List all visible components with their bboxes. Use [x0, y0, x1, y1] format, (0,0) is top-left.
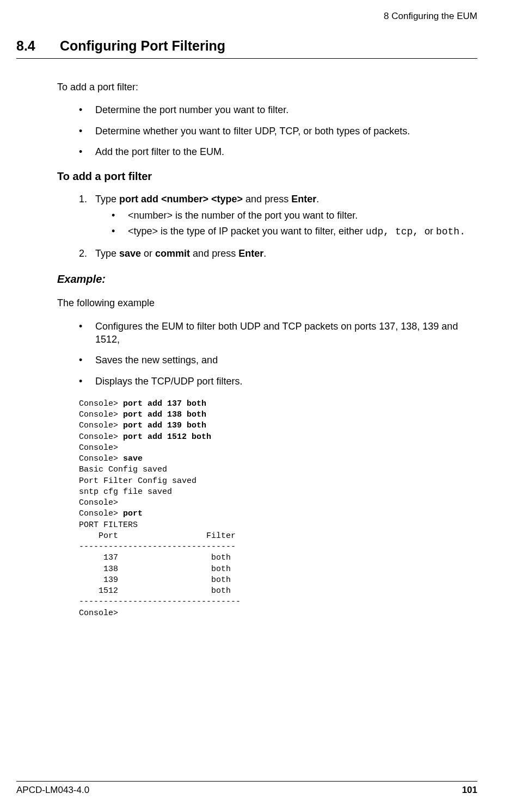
- example-heading: Example:: [57, 272, 477, 287]
- step-text: and press: [190, 248, 238, 259]
- intro-para: To add a port filter:: [57, 80, 477, 94]
- list-item: <type> is the type of IP packet you want…: [95, 225, 477, 238]
- step-text: Type: [95, 248, 119, 259]
- mono-text: both.: [436, 226, 465, 237]
- section-title-text: Configuring Port Filtering: [60, 38, 225, 53]
- footer-doc-id: APCD-LM043-4.0: [16, 785, 89, 796]
- sub-text: <number> is the number of the port you w…: [128, 210, 358, 221]
- list-item: Add the port filter to the EUM.: [57, 145, 477, 158]
- step-1: 1. Type port add <number> <type> and pre…: [57, 193, 477, 238]
- step-key: Enter: [291, 194, 316, 204]
- step-key: Enter: [238, 248, 263, 259]
- example-intro: The following example: [57, 296, 477, 309]
- steps-list: 1. Type port add <number> <type> and pre…: [57, 193, 477, 260]
- step-number: 1.: [79, 193, 87, 206]
- list-item: Determine whether you want to filter UDP…: [57, 125, 477, 138]
- step-text: or: [141, 248, 155, 259]
- title-rule: [16, 58, 477, 59]
- running-header: 8 Configuring the EUM: [16, 11, 477, 22]
- step-sub-list: <number> is the number of the port you w…: [95, 209, 477, 238]
- list-item: Determine the port number you want to fi…: [57, 103, 477, 116]
- sub-text: or: [425, 226, 436, 237]
- list-item: Saves the new settings, and: [57, 354, 477, 367]
- sub-text: <type> is the type of IP packet you want…: [128, 226, 366, 237]
- step-text: and press: [243, 194, 291, 204]
- list-item: Configures the EUM to filter both UDP an…: [57, 320, 477, 346]
- example-bullets: Configures the EUM to filter both UDP an…: [57, 320, 477, 388]
- footer: APCD-LM043-4.0 101: [16, 781, 477, 796]
- page: 8 Configuring the EUM 8.4Configuring Por…: [0, 0, 510, 812]
- step-text: .: [316, 194, 319, 204]
- section-heading: 8.4Configuring Port Filtering: [16, 38, 477, 54]
- body: To add a port filter: Determine the port…: [57, 80, 477, 619]
- step-number: 2.: [79, 247, 87, 260]
- intro-bullets: Determine the port number you want to fi…: [57, 103, 477, 158]
- step-cmd: port add <number> <type>: [119, 194, 243, 204]
- step-cmd: save: [119, 248, 141, 259]
- list-item: Displays the TCP/UDP port filters.: [57, 375, 477, 388]
- footer-page-number: 101: [462, 785, 477, 796]
- console-output: Console> port add 137 both Console> port…: [79, 399, 477, 619]
- step-text: .: [263, 248, 266, 259]
- mono-text: udp, tcp,: [366, 226, 425, 237]
- section-number: 8.4: [16, 38, 60, 54]
- step-text: Type: [95, 194, 119, 204]
- step-cmd: commit: [155, 248, 190, 259]
- subheading: To add a port filter: [57, 169, 477, 184]
- list-item: <number> is the number of the port you w…: [95, 209, 477, 222]
- step-2: 2. Type save or commit and press Enter.: [57, 247, 477, 260]
